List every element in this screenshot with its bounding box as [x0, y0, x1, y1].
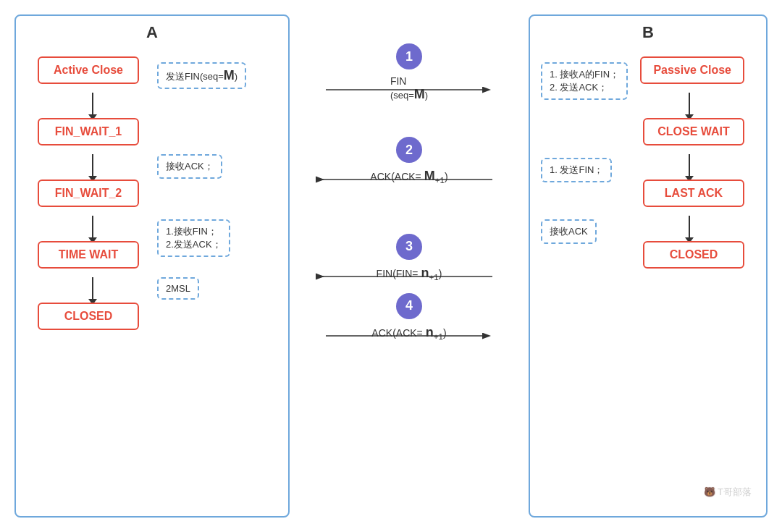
- note-2msl-box: 2MSL: [157, 277, 199, 300]
- passive-close-box: Passive Close: [640, 56, 744, 84]
- panel-middle: 1 FIN(seq=M) 2: [297, 14, 521, 518]
- step2-badge: 2: [396, 137, 422, 163]
- note-recv-fin-b: 1. 接收A的FIN；2. 发送ACK；: [541, 62, 628, 100]
- panel-a: A Active Close 发送FIN(seq=M) FIN_WAIT_1: [14, 14, 290, 518]
- time-wait-box: TIME WAIT: [38, 241, 139, 269]
- state-active-close: Active Close: [38, 56, 139, 84]
- state-fin-wait-2: FIN_WAIT_2: [38, 180, 139, 207]
- state-close-wait: CLOSE WAIT: [643, 118, 744, 145]
- note-recv-ack: 接收ACK；: [157, 154, 222, 179]
- note-recv-fin-send-ack: 1.接收FIN；2.发送ACK；: [157, 219, 230, 257]
- closed-b-box: CLOSED: [643, 241, 744, 269]
- watermark: 🐻 T哥部落: [704, 486, 752, 499]
- note-recv-ack-box: 接收ACK；: [157, 154, 222, 179]
- main-container: A Active Close 发送FIN(seq=M) FIN_WAIT_1: [0, 0, 782, 532]
- note-send-fin: 发送FIN(seq=M): [157, 62, 246, 89]
- panel-a-title: A: [23, 23, 281, 42]
- panel-b-title: B: [537, 23, 759, 42]
- note-send-fin-b-box: 1. 发送FIN；: [541, 158, 612, 182]
- state-fin-wait-1: FIN_WAIT_1: [38, 118, 139, 145]
- note-2msl: 2MSL: [157, 277, 199, 300]
- step4-badge: 4: [396, 293, 422, 319]
- state-passive-close: Passive Close: [640, 56, 744, 84]
- note-recv-fin-b-box: 1. 接收A的FIN；2. 发送ACK；: [541, 62, 628, 100]
- note-recv-ack-b: 接收ACK: [541, 219, 597, 244]
- step3-badge: 3: [396, 234, 422, 260]
- note-recv-fin-ack-box: 1.接收FIN；2.发送ACK；: [157, 219, 230, 257]
- state-closed-b: CLOSED: [643, 241, 744, 269]
- note-recv-ack-b-box: 接收ACK: [541, 219, 597, 244]
- note-send-fin-b: 1. 发送FIN；: [541, 158, 612, 182]
- step1-badge: 1: [396, 43, 422, 69]
- active-close-box: Active Close: [38, 56, 139, 84]
- state-closed-a: CLOSED: [38, 303, 139, 330]
- fin-wait-2-box: FIN_WAIT_2: [38, 180, 139, 207]
- state-time-wait: TIME WAIT: [38, 241, 139, 269]
- closed-a-box: CLOSED: [38, 303, 139, 330]
- note-send-fin-box: 发送FIN(seq=M): [157, 62, 246, 89]
- panel-b: B Passive Close 1. 接收A的FIN；2. 发送ACK； CLO…: [529, 14, 768, 518]
- fin-wait-1-box: FIN_WAIT_1: [38, 118, 139, 145]
- state-last-ack: LAST ACK: [643, 180, 744, 207]
- last-ack-box: LAST ACK: [643, 180, 744, 207]
- close-wait-box: CLOSE WAIT: [643, 118, 744, 145]
